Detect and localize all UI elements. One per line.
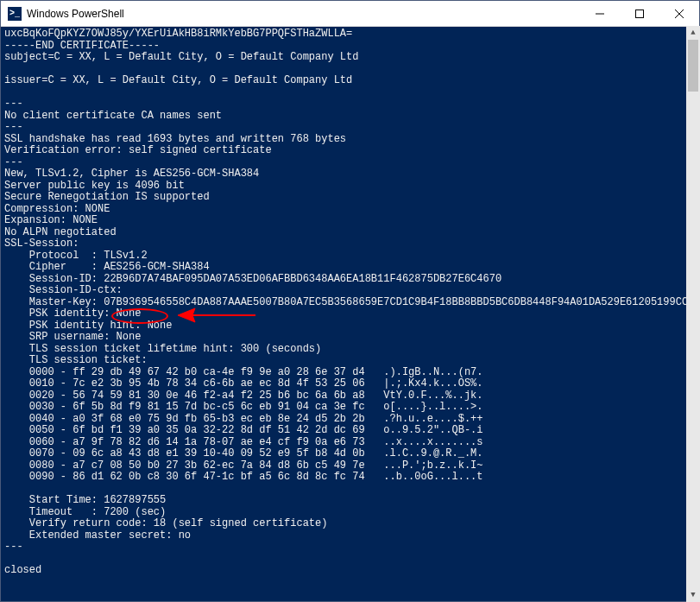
- terminal-output[interactable]: uxcBqKoFQpKYZ7OWJ85y/YXErUiAkHB8iRMkYebB…: [1, 27, 699, 601]
- scroll-up-button[interactable]: ▲: [686, 26, 700, 40]
- scroll-thumb[interactable]: [688, 40, 698, 92]
- window-title: Windows PowerShell: [27, 8, 124, 20]
- scroll-down-button[interactable]: ▼: [686, 588, 700, 602]
- maximize-icon: [635, 10, 644, 18]
- terminal-text: uxcBqKoFQpKYZ7OWJ85y/YXErUiAkHB8iRMkYebB…: [4, 28, 699, 576]
- powershell-icon: [8, 7, 22, 21]
- close-button[interactable]: [659, 1, 699, 27]
- close-icon: [675, 10, 684, 18]
- maximize-button[interactable]: [620, 1, 659, 27]
- window-controls: [580, 1, 699, 27]
- svg-rect-1: [636, 10, 644, 18]
- powershell-window: Windows PowerShell uxcBqKoFQpKYZ7OWJ85y/…: [0, 0, 700, 602]
- vertical-scrollbar[interactable]: ▲ ▼: [686, 26, 700, 602]
- minimize-icon: [596, 10, 604, 18]
- titlebar[interactable]: Windows PowerShell: [1, 1, 699, 27]
- minimize-button[interactable]: [580, 1, 620, 27]
- scroll-track[interactable]: [686, 40, 700, 588]
